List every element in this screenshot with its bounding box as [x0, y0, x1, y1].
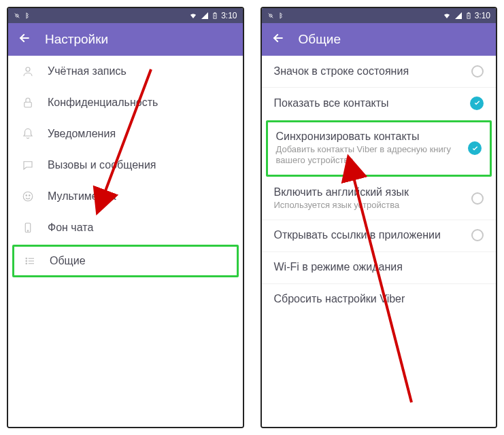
status-time: 3:10: [221, 11, 237, 20]
svg-point-13: [26, 260, 27, 262]
svg-point-4: [26, 67, 30, 71]
row-privacy[interactable]: Конфиденциальность: [8, 87, 243, 118]
row-account[interactable]: Учётная запись: [8, 56, 243, 87]
settings-list: Учётная запись Конфиденциальность Уведом…: [8, 56, 243, 427]
row-notifications[interactable]: Уведомления: [8, 118, 243, 150]
wifi-icon: [188, 12, 198, 20]
phone-right-general: 3:10 Общие Значок в строке состояния Пок…: [261, 7, 498, 428]
radio-off-icon[interactable]: [471, 192, 484, 205]
wifi-icon: [442, 12, 452, 20]
svg-point-6: [23, 192, 33, 201]
row-label: Общие: [50, 255, 229, 267]
radio-off-icon[interactable]: [471, 229, 484, 241]
signal-icon: [454, 12, 463, 20]
row-label: Открывать ссылки в приложении: [274, 229, 460, 241]
mute-icon: [267, 12, 274, 19]
bluetooth-icon: [277, 12, 284, 20]
back-button[interactable]: [18, 31, 31, 48]
lock-icon: [20, 97, 35, 109]
radio-off-icon[interactable]: [471, 65, 484, 77]
phone-icon: [20, 222, 35, 234]
app-bar: Общие: [262, 23, 497, 56]
screen-title: Общие: [299, 32, 341, 47]
mute-icon: [14, 12, 20, 19]
svg-rect-3: [214, 13, 216, 14]
row-english-language[interactable]: Включить английский язык Используется яз…: [262, 178, 497, 220]
row-label: Показать все контакты: [274, 97, 458, 109]
battery-icon: [465, 11, 472, 20]
svg-rect-5: [24, 102, 32, 107]
row-label: Значок в строке состояния: [274, 65, 460, 77]
row-status-icon[interactable]: Значок в строке состояния: [262, 56, 497, 87]
row-wifi-standby[interactable]: Wi-Fi в режиме ожидания: [262, 252, 497, 283]
row-label: Включить английский язык: [274, 186, 460, 198]
chat-icon: [20, 159, 35, 171]
check-on-icon[interactable]: [468, 141, 482, 155]
svg-point-8: [29, 194, 31, 196]
app-bar: Настройки: [8, 23, 243, 56]
row-media[interactable]: Мультимедиа: [8, 181, 243, 212]
battery-icon: [212, 11, 218, 20]
status-bar: 3:10: [262, 8, 497, 23]
svg-point-7: [26, 194, 27, 196]
phone-left-settings: 3:10 Настройки Учётная запись Конфиденци…: [7, 7, 244, 428]
row-chat-background[interactable]: Фон чата: [8, 212, 243, 243]
status-time: 3:10: [475, 11, 490, 20]
row-sublabel: Используется язык устройства: [274, 200, 460, 211]
row-label: Синхронизировать контакты: [276, 130, 456, 143]
signal-icon: [201, 12, 209, 20]
media-icon: [20, 190, 35, 203]
row-label: Фон чата: [48, 222, 231, 234]
back-button[interactable]: [271, 31, 285, 48]
row-label: Учётная запись: [48, 65, 231, 77]
row-label: Вызовы и сообщения: [48, 159, 231, 171]
row-label: Сбросить настройки Viber: [274, 293, 484, 305]
user-icon: [20, 65, 35, 77]
svg-point-15: [26, 263, 27, 264]
row-calls-messages[interactable]: Вызовы и сообщения: [8, 150, 243, 181]
row-label: Wi-Fi в режиме ожидания: [274, 261, 484, 273]
status-bar: 3:10: [8, 8, 243, 23]
list-icon: [22, 255, 37, 267]
row-label: Уведомления: [48, 128, 231, 140]
row-label: Мультимедиа: [48, 190, 231, 203]
row-open-links-in-app[interactable]: Открывать ссылки в приложении: [262, 220, 497, 251]
row-show-all-contacts[interactable]: Показать все контакты: [262, 88, 497, 119]
row-sync-contacts[interactable]: Синхронизировать контакты Добавить конта…: [266, 120, 492, 177]
screen-title: Настройки: [45, 32, 108, 47]
check-on-icon[interactable]: [470, 97, 484, 110]
row-label: Конфиденциальность: [48, 97, 231, 109]
bluetooth-icon: [23, 12, 30, 20]
row-general[interactable]: Общие: [12, 245, 239, 277]
general-list: Значок в строке состояния Показать все к…: [262, 56, 497, 427]
svg-rect-21: [468, 13, 469, 14]
svg-point-10: [27, 230, 29, 231]
row-sublabel: Добавить контакты Viber в адресную книгу…: [276, 144, 456, 167]
bell-icon: [20, 128, 35, 140]
svg-point-11: [26, 258, 27, 260]
row-reset-settings[interactable]: Сбросить настройки Viber: [262, 284, 497, 315]
